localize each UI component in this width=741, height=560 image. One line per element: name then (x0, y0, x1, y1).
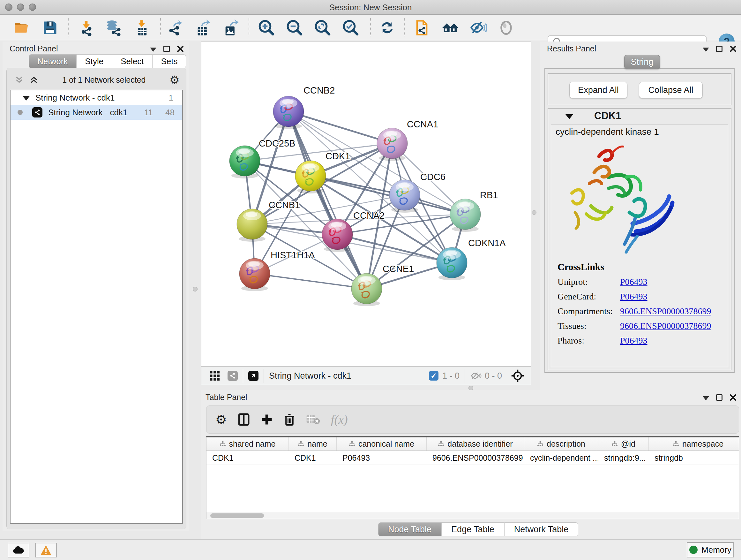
crosshair-icon[interactable] (510, 368, 525, 383)
zoom-selected-icon[interactable] (342, 19, 360, 37)
close-panel-icon[interactable] (730, 45, 737, 52)
crosslink-label: GeneCard: (557, 292, 620, 302)
node-CDKN1A[interactable]: CDKN1A (436, 238, 506, 280)
zoom-fit-icon[interactable] (314, 19, 332, 37)
tab-sets[interactable]: Sets (152, 54, 186, 68)
network-graph[interactable]: CCNB2CCNA1CDC25BCDK1CDC6RB1CCNB1CCNA2CDK… (201, 42, 531, 366)
crosslink-link[interactable]: P06493 (620, 335, 648, 346)
left-splitter-handle[interactable] (193, 287, 198, 292)
panel-menu-icon[interactable] (703, 396, 709, 400)
export-network-icon[interactable] (166, 19, 184, 37)
tab-node-table[interactable]: Node Table (378, 522, 441, 537)
zoom-out-icon[interactable] (286, 19, 304, 37)
column-header-namespace[interactable]: namespace (649, 437, 739, 450)
expand-all-button[interactable]: Expand All (569, 82, 627, 98)
close-panel-icon[interactable] (177, 45, 184, 52)
tab-network[interactable]: Network (29, 54, 76, 68)
string-network-icon (32, 107, 43, 118)
network-collection-row[interactable]: String Network - cdk1 1 (10, 90, 182, 105)
home-icon[interactable] (441, 19, 459, 37)
float-panel-icon[interactable] (716, 46, 723, 52)
float-panel-icon[interactable] (163, 46, 170, 52)
scrollbar-thumb[interactable] (210, 513, 264, 518)
table-cell[interactable]: P06493 (337, 451, 427, 464)
add-row-icon[interactable] (261, 414, 273, 426)
cloud-status-button[interactable] (8, 543, 29, 557)
selected-checkbox-icon[interactable]: ✓ (429, 371, 439, 381)
function-builder-icon[interactable]: f(x) (331, 413, 348, 427)
panel-menu-icon[interactable] (703, 48, 709, 52)
import-network-database-icon[interactable] (105, 19, 122, 37)
float-panel-icon[interactable] (716, 394, 723, 401)
collapse-all-button[interactable]: Collapse All (639, 82, 703, 98)
collection-expander-icon[interactable] (23, 96, 30, 101)
open-session-icon[interactable] (13, 19, 30, 37)
node-RB1[interactable]: RB1 (450, 190, 498, 232)
grid-view-icon[interactable] (209, 370, 220, 381)
tab-style[interactable]: Style (76, 54, 112, 68)
crosslink-link[interactable]: 9606.ENSP00000378699 (620, 321, 711, 331)
table-row[interactable]: CDK1CDK1P064939606.ENSP00000378699cyclin… (206, 451, 739, 465)
bottom-splitter-handle[interactable] (468, 386, 473, 390)
column-header-database-identifier[interactable]: database identifier (427, 437, 524, 450)
edge-CCNE1-HIST1H1A[interactable] (255, 273, 367, 289)
network-row[interactable]: String Network - cdk1 11 48 (10, 105, 182, 120)
collapse-all-icon[interactable] (14, 75, 24, 84)
crosslink-link[interactable]: P06493 (620, 292, 648, 302)
clear-table-icon[interactable] (306, 414, 320, 425)
export-table-icon[interactable] (194, 19, 212, 37)
edge-CCNB2-CCNA1[interactable] (288, 111, 392, 143)
open-string-file-icon[interactable] (413, 19, 431, 37)
table-cell[interactable]: CDK1 (206, 451, 289, 464)
column-header-shared-name[interactable]: shared name (206, 437, 289, 450)
node-label-CDC25B: CDC25B (259, 138, 295, 148)
crosslink-link[interactable]: 9606.ENSP00000378699 (620, 306, 711, 316)
export-image-icon[interactable] (222, 19, 240, 37)
table-cell[interactable]: 9606.ENSP00000378699 (427, 451, 524, 464)
tab-string[interactable]: String (624, 55, 660, 69)
node-CCNE1[interactable]: CCNE1 (351, 264, 414, 306)
zoom-in-icon[interactable] (258, 19, 275, 37)
crosslink-link[interactable]: P06493 (620, 277, 648, 287)
table-cell[interactable]: cyclin-dependent ... (524, 451, 598, 464)
column-header-id[interactable]: @id (598, 437, 649, 450)
node-label-CCNA2: CCNA2 (353, 210, 385, 221)
warning-status-button[interactable] (35, 543, 57, 557)
column-header-name[interactable]: name (289, 437, 337, 450)
close-panel-icon[interactable] (730, 394, 737, 401)
horizontal-scrollbar[interactable] (206, 512, 739, 519)
panel-menu-icon[interactable] (150, 48, 156, 52)
delete-row-icon[interactable] (284, 413, 295, 426)
expand-all-icon[interactable] (29, 75, 39, 84)
tab-select[interactable]: Select (112, 54, 152, 68)
memory-button[interactable]: Memory (687, 542, 734, 557)
tab-network-table[interactable]: Network Table (504, 522, 579, 537)
tab-edge-table[interactable]: Edge Table (441, 522, 504, 537)
node-CCNA1[interactable]: CCNA1 (377, 119, 438, 161)
collection-count: 1 (169, 93, 173, 103)
node-entry-header[interactable]: CDK1 (548, 109, 731, 123)
refresh-icon[interactable] (378, 19, 396, 37)
network-canvas[interactable]: CCNB2CCNA1CDC25BCDK1CDC6RB1CCNB1CCNA2CDK… (201, 42, 531, 367)
table-cell[interactable]: stringdb:9... (598, 451, 649, 464)
column-visibility-icon[interactable] (238, 413, 250, 426)
node-HIST1H1A[interactable]: HIST1H1A (239, 250, 315, 291)
memory-status-icon (689, 546, 697, 554)
table-cell[interactable]: CDK1 (289, 451, 337, 464)
node-table[interactable]: shared namenamecanonical namedatabase id… (206, 436, 739, 519)
network-options-gear-icon[interactable]: ⚙ (170, 73, 180, 86)
table-settings-gear-icon[interactable]: ⚙ (215, 412, 227, 427)
entry-expander-icon[interactable] (565, 114, 573, 119)
save-session-icon[interactable] (41, 19, 59, 37)
right-splitter-handle[interactable] (532, 210, 536, 215)
share-view-icon[interactable] (227, 371, 238, 381)
hide-selected-eye-icon[interactable] (469, 19, 487, 37)
show-all-eye-icon[interactable] (497, 19, 515, 37)
column-header-canonical-name[interactable]: canonical name (337, 437, 427, 450)
column-header-description[interactable]: description (524, 437, 598, 450)
import-network-file-icon[interactable] (77, 19, 95, 37)
birdseye-view-icon[interactable] (248, 371, 259, 381)
table-cell[interactable]: stringdb (649, 451, 739, 464)
edge-CCNB2-CCNE1[interactable] (288, 111, 367, 289)
import-table-icon[interactable] (133, 19, 151, 37)
